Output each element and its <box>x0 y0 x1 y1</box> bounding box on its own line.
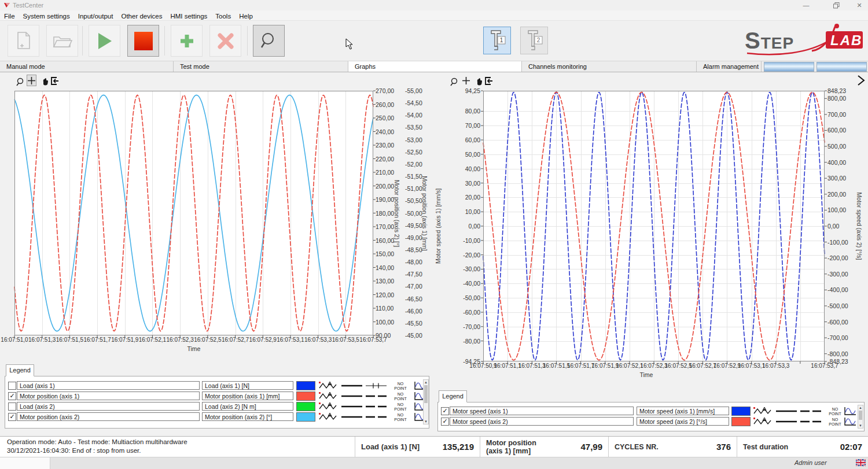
close-button[interactable]: ✕ <box>851 0 868 10</box>
plus-icon <box>27 76 36 85</box>
tab-graphs[interactable]: Graphs <box>348 61 522 72</box>
uk-flag-icon[interactable] <box>856 459 866 466</box>
legend-scrollbar[interactable]: ▲▼ <box>858 405 863 429</box>
chart1-pan-tool[interactable] <box>40 76 50 87</box>
legend-checkbox-motor-position-axis-1[interactable]: ✓ <box>8 392 16 400</box>
line-shape-icon[interactable] <box>318 392 338 401</box>
line-style-icon[interactable] <box>340 412 363 422</box>
menu-item-hmi-settings[interactable]: HMI settings <box>166 12 211 21</box>
line-style-icon[interactable] <box>365 392 388 401</box>
chart1-zoom-tool[interactable] <box>15 76 25 87</box>
chart1-exit-tool[interactable] <box>50 75 60 87</box>
line-style-icon[interactable] <box>365 402 388 411</box>
line-shape-icon[interactable] <box>753 417 773 426</box>
tab-test-mode[interactable]: Test mode <box>174 61 348 72</box>
legend-color-swatch[interactable] <box>296 381 315 390</box>
tab-alarm-management[interactable]: Alarm management <box>697 61 762 72</box>
legend-scrollbar[interactable]: ▲▼ <box>423 379 429 424</box>
delete-button[interactable] <box>209 25 241 57</box>
menu-item-other-devices[interactable]: Other devices <box>117 12 166 21</box>
legend-color-swatch[interactable] <box>731 417 751 426</box>
interpolation-icon[interactable] <box>843 416 857 427</box>
legend-name-field[interactable]: Motor position (axis 1) <box>17 392 200 400</box>
chart2-zoom-tool[interactable] <box>449 76 459 87</box>
chart1-cursor-tool[interactable] <box>27 75 36 86</box>
legend-name-field[interactable]: Load (axis 2) <box>17 402 200 411</box>
legend-color-swatch[interactable] <box>296 402 315 411</box>
line-style-icon[interactable] <box>365 412 388 422</box>
legend-checkbox-motor-speed-axis-2[interactable]: ✓ <box>441 418 449 426</box>
legend-unit-field[interactable]: Motor position (axis 1) [mm] <box>202 392 293 400</box>
menu-item-input-output[interactable]: Input/output <box>74 12 117 21</box>
tab-manual-mode[interactable]: Manual mode <box>0 61 174 72</box>
x-axis-title: Time <box>635 371 658 378</box>
chart2-pan-tool[interactable] <box>474 76 484 87</box>
y-tick-label: -30,00 <box>455 265 480 272</box>
legend-unit-field[interactable]: Motor position (axis 2) [°] <box>202 412 293 421</box>
legend-checkbox-motor-speed-axis-1[interactable]: ✓ <box>441 407 449 415</box>
legend-name-field[interactable]: Motor position (axis 2) <box>17 412 200 421</box>
scroll-thumb[interactable] <box>424 385 428 403</box>
start-test-button[interactable] <box>89 25 120 57</box>
scroll-up-arrow[interactable]: ▲ <box>424 381 428 384</box>
legend-point-style[interactable]: NOPOINT <box>389 402 411 411</box>
menu-item-tools[interactable]: Tools <box>211 12 235 21</box>
chart2-cursor-tool[interactable] <box>461 75 471 86</box>
add-button[interactable] <box>171 25 203 57</box>
legend-color-swatch[interactable] <box>296 412 315 422</box>
menu-item-help[interactable]: Help <box>235 12 257 21</box>
zoom-tool-button[interactable] <box>253 25 285 57</box>
y-tick-label: -70,00 <box>455 323 480 330</box>
line-shape-icon[interactable] <box>318 412 338 422</box>
legend-point-style[interactable]: NOPOINT <box>389 392 411 401</box>
line-shape-icon[interactable] <box>318 381 338 390</box>
menu-item-system-settings[interactable]: System settings <box>19 12 74 21</box>
y-tick-label: -47,00 <box>405 283 433 290</box>
axis-1-button[interactable]: 1 <box>483 27 511 54</box>
legend-checkbox-motor-position-axis-2[interactable]: ✓ <box>8 413 16 421</box>
legend-name-field[interactable]: Load (axis 1) <box>17 381 200 390</box>
scroll-thumb[interactable] <box>859 411 862 420</box>
tab-channels-monitoring[interactable]: Channels monitoring <box>522 61 697 72</box>
open-test-button[interactable] <box>46 25 78 57</box>
app-icon <box>3 2 10 9</box>
axis-2-button[interactable]: 2 <box>520 27 548 54</box>
legend-unit-field[interactable]: Load (axis 2) [N m] <box>202 402 293 411</box>
legend-unit-field[interactable]: Load (axis 1) [N] <box>202 381 293 390</box>
legend-unit-field[interactable]: Motor speed (axis 2) [°/s] <box>637 417 729 426</box>
scroll-down-arrow[interactable]: ▼ <box>858 424 863 427</box>
legend-name-field[interactable]: Motor speed (axis 2) <box>450 417 634 426</box>
legend-tab-left[interactable]: Legend <box>6 364 34 376</box>
restore-button[interactable] <box>827 0 845 10</box>
legend-color-swatch[interactable] <box>296 392 315 401</box>
legend-unit-field[interactable]: Motor speed (axis 1) [mm/s] <box>637 407 729 415</box>
legend-point-style[interactable]: NOPOINT <box>389 382 411 390</box>
line-style-icon[interactable] <box>799 417 822 426</box>
line-shape-icon[interactable] <box>753 407 773 416</box>
line-style-icon[interactable] <box>340 392 363 401</box>
chart2-exit-tool[interactable] <box>484 75 494 87</box>
line-style-icon[interactable] <box>775 407 798 416</box>
minimize-button[interactable]: — <box>797 0 815 10</box>
line-style-icon[interactable] <box>799 407 822 416</box>
chart-1-canvas[interactable] <box>10 87 377 339</box>
line-shape-icon[interactable] <box>318 402 338 411</box>
legend-checkbox-load-axis-1[interactable] <box>8 382 16 390</box>
expand-chevron-button[interactable] <box>856 75 866 86</box>
line-style-icon[interactable] <box>340 381 363 390</box>
menu-item-file[interactable]: File <box>0 12 19 21</box>
legend-point-style[interactable]: NOPOINT <box>389 413 411 422</box>
legend-name-field[interactable]: Motor speed (axis 1) <box>450 407 634 415</box>
legend-checkbox-load-axis-2[interactable] <box>8 402 16 411</box>
scroll-down-arrow[interactable]: ▼ <box>424 420 428 423</box>
legend-color-swatch[interactable] <box>731 407 751 416</box>
new-test-button[interactable] <box>8 25 39 57</box>
stop-test-button[interactable] <box>127 25 159 57</box>
interpolation-icon[interactable] <box>843 406 857 416</box>
legend-tab-right[interactable]: Legend <box>439 390 467 402</box>
line-style-plus-icon[interactable] <box>365 381 388 390</box>
chart-2-canvas[interactable] <box>479 87 829 365</box>
scroll-up-arrow[interactable]: ▲ <box>858 406 863 409</box>
line-style-icon[interactable] <box>775 417 798 426</box>
line-style-icon[interactable] <box>340 402 363 411</box>
